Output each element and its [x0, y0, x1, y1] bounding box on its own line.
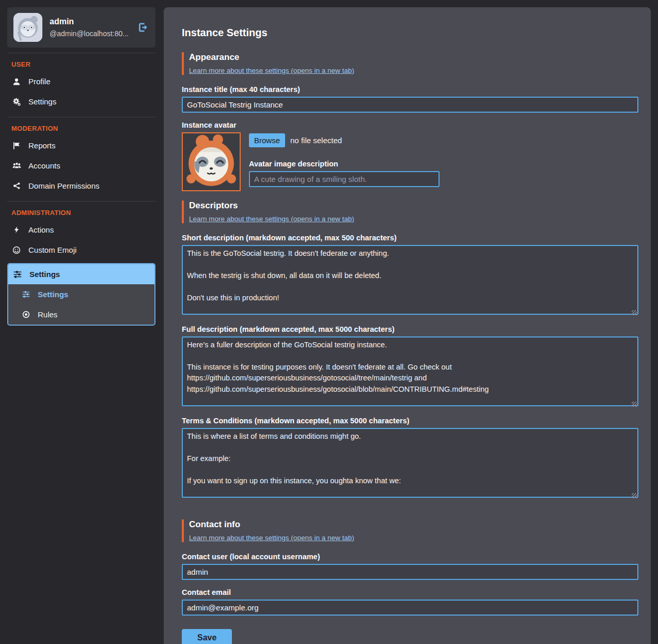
section-header-user: USER [7, 56, 155, 71]
contact-learn-more-link[interactable]: Learn more about these settings (opens i… [189, 534, 354, 542]
sign-out-icon [137, 22, 148, 33]
submenu-item-label: Rules [38, 310, 57, 319]
sliders-icon [21, 290, 31, 298]
terms-group: Terms & Conditions (markdown accepted, m… [182, 417, 638, 500]
short-description-label: Short description (markdown accepted, ma… [182, 234, 638, 242]
contact-user-input[interactable] [182, 564, 638, 580]
sidebar-item-profile[interactable]: Profile [7, 71, 155, 91]
full-description-textarea[interactable]: Here's a fuller description of the GoToS… [182, 336, 638, 406]
sloth-avatar-icon [13, 13, 42, 42]
instance-avatar-group: Instance avatar [182, 121, 638, 191]
sidebar-item-custom-emoji[interactable]: Custom Emoji [7, 240, 155, 260]
sidebar-item-settings-user[interactable]: Settings [7, 91, 155, 112]
user-handle: @admin@localhost:80... [50, 29, 129, 38]
sidebar-settings-group: Settings [7, 263, 155, 326]
sidebar-item-label: Profile [28, 77, 51, 86]
save-button[interactable]: Save [182, 629, 232, 644]
instance-avatar-image [182, 132, 241, 191]
smiley-icon [11, 246, 22, 254]
sloth-avatar-orange-icon [183, 133, 240, 190]
sidebar-section-administration: ADMINISTRATION Actions [7, 201, 155, 326]
full-description-label: Full description (markdown accepted, max… [182, 325, 638, 333]
sidebar-item-actions[interactable]: Actions [7, 220, 155, 240]
contact-section-header: Contact info Learn more about these sett… [182, 519, 638, 542]
instance-title-input[interactable] [182, 97, 638, 113]
settings-submenu: Settings Rules [8, 284, 154, 325]
sidebar-section-moderation: MODERATION Reports [7, 117, 155, 196]
submenu-item-label: Settings [38, 290, 68, 299]
contact-user-group: Contact user (local account username) [182, 553, 638, 580]
page-title: Instance Settings [182, 27, 638, 39]
sidebar-item-label: Accounts [28, 161, 60, 170]
section-header-moderation: MODERATION [7, 120, 155, 135]
contact-heading: Contact info [189, 519, 638, 530]
contact-email-input[interactable] [182, 600, 638, 616]
section-header-administration: ADMINISTRATION [7, 205, 155, 220]
browse-button[interactable]: Browse [249, 133, 285, 147]
contact-user-label: Contact user (local account username) [182, 553, 638, 561]
sidebar-item-reports[interactable]: Reports [7, 135, 155, 156]
short-description-group: Short description (markdown accepted, ma… [182, 234, 638, 317]
sidebar-item-label: Settings [29, 270, 60, 279]
flag-icon [11, 142, 22, 150]
sidebar-item-label: Settings [28, 97, 56, 106]
instance-avatar-label: Instance avatar [182, 121, 638, 129]
logout-button[interactable] [136, 21, 149, 34]
sidebar: admin @admin@localhost:80... USER [7, 7, 155, 326]
user-icon [11, 78, 22, 86]
submenu-item-rules[interactable]: Rules [8, 304, 154, 325]
terms-textarea[interactable]: This is where a list of terms and condit… [182, 428, 638, 498]
sidebar-item-label: Actions [28, 225, 54, 234]
user-avatar [13, 13, 42, 42]
user-meta: admin @admin@localhost:80... [50, 17, 129, 38]
users-icon [11, 162, 22, 170]
sidebar-item-accounts[interactable]: Accounts [7, 156, 155, 176]
appearance-heading: Appearance [189, 52, 638, 63]
descriptors-section-header: Descriptors Learn more about these setti… [182, 201, 638, 223]
sidebar-item-label: Reports [28, 141, 56, 150]
share-nodes-icon [11, 182, 22, 190]
sidebar-item-label: Domain Permissions [28, 181, 100, 190]
sliders-icon [12, 270, 23, 279]
app-layout: admin @admin@localhost:80... USER [0, 0, 658, 644]
instance-settings-panel: Instance Settings Appearance Learn more … [164, 7, 651, 644]
circle-dot-icon [21, 311, 31, 318]
appearance-learn-more-link[interactable]: Learn more about these settings (opens i… [189, 67, 354, 74]
terms-label: Terms & Conditions (markdown accepted, m… [182, 417, 638, 425]
sidebar-item-label: Custom Emoji [28, 246, 76, 254]
instance-title-label: Instance title (max 40 characters) [182, 85, 638, 94]
contact-email-label: Contact email [182, 588, 638, 596]
full-description-group: Full description (markdown accepted, max… [182, 325, 638, 408]
contact-email-group: Contact email [182, 588, 638, 616]
descriptors-heading: Descriptors [189, 201, 638, 211]
sidebar-item-domain-permissions[interactable]: Domain Permissions [7, 176, 155, 196]
gear-icon [11, 98, 22, 106]
avatar-description-label: Avatar image description [249, 160, 440, 168]
short-description-textarea[interactable]: This is the GoToSocial testrig. It doesn… [182, 245, 638, 315]
descriptors-learn-more-link[interactable]: Learn more about these settings (opens i… [189, 215, 354, 223]
bolt-icon [11, 226, 22, 234]
sidebar-section-user: USER Profile [7, 53, 155, 112]
instance-title-group: Instance title (max 40 characters) [182, 85, 638, 113]
user-name: admin [50, 17, 129, 26]
submenu-item-settings[interactable]: Settings [8, 284, 154, 304]
avatar-controls: Browse no file selected Avatar image des… [249, 132, 440, 191]
sidebar-item-settings-admin[interactable]: Settings [8, 264, 154, 284]
avatar-description-input[interactable] [249, 171, 440, 187]
appearance-section-header: Appearance Learn more about these settin… [182, 52, 638, 75]
file-status-text: no file selected [290, 136, 342, 145]
user-card[interactable]: admin @admin@localhost:80... [7, 7, 155, 48]
